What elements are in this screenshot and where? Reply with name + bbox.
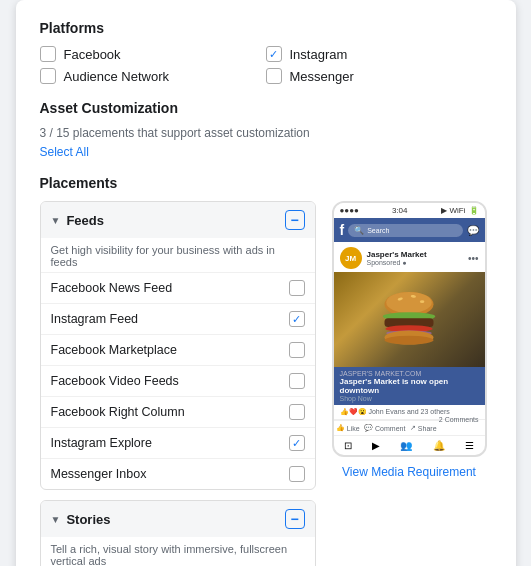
feeds-header-left: ▼ Feeds	[51, 213, 104, 228]
post-header: JM Jasper's Market Sponsored ● •••	[334, 242, 485, 272]
post-reactions: 👍❤️😮 John Evans and 23 others 2 Comments	[334, 405, 485, 420]
asset-title: Asset Customization	[40, 100, 492, 116]
fb-app-header: f 🔍 Search 💬	[334, 218, 485, 242]
platform-messenger: Messenger	[266, 68, 492, 84]
phone-preview-panel: ●●●● 3:04 ▶ WiFi 🔋 f 🔍 Search	[332, 201, 492, 566]
fb-marketplace-checkbox[interactable]	[289, 342, 305, 358]
placements-section: ▼ Feeds − Get high visibility for your b…	[40, 201, 492, 566]
reaction-icons: 👍❤️😮	[340, 408, 367, 415]
svg-point-1	[386, 292, 432, 313]
messenger-inbox-checkbox[interactable]	[289, 466, 305, 482]
share-label: Share	[418, 425, 437, 432]
platform-facebook: Facebook	[40, 46, 266, 62]
list-item: Instagram Explore	[41, 427, 315, 458]
facebook-label: Facebook	[64, 47, 121, 62]
svg-point-4	[420, 300, 424, 303]
feeds-description: Get high visibility for your business wi…	[41, 238, 315, 272]
messenger-checkbox[interactable]	[266, 68, 282, 84]
placement-label: Instagram Feed	[51, 312, 139, 326]
placements-list: ▼ Feeds − Get high visibility for your b…	[40, 201, 316, 566]
instagram-feed-checkbox[interactable]	[289, 311, 305, 327]
comment-label: Comment	[375, 425, 405, 432]
post-image	[334, 272, 485, 367]
share-action[interactable]: ↗ Share	[410, 424, 437, 432]
placement-label: Facebook Right Column	[51, 405, 185, 419]
stories-minus-button[interactable]: −	[285, 509, 305, 529]
select-all-link[interactable]: Select All	[40, 145, 89, 159]
phone-preview: ●●●● 3:04 ▶ WiFi 🔋 f 🔍 Search	[332, 201, 487, 479]
fb-newsfeed-checkbox[interactable]	[289, 280, 305, 296]
like-action[interactable]: 👍 Like	[336, 424, 360, 432]
friends-icon[interactable]: 👥	[400, 440, 412, 451]
feeds-group: ▼ Feeds − Get high visibility for your b…	[40, 201, 316, 490]
list-item: Facebook Video Feeds	[41, 365, 315, 396]
stories-description: Tell a rich, visual story with immersive…	[41, 537, 315, 566]
list-item: Facebook Right Column	[41, 396, 315, 427]
fb-right-column-checkbox[interactable]	[289, 404, 305, 420]
search-icon: 🔍	[354, 226, 364, 235]
stories-group: ▼ Stories − Tell a rich, visual story wi…	[40, 500, 316, 566]
view-media-link[interactable]: View Media Requirement	[332, 465, 487, 479]
phone-frame: ●●●● 3:04 ▶ WiFi 🔋 f 🔍 Search	[332, 201, 487, 457]
svg-point-10	[385, 335, 434, 344]
fb-search-bar: 🔍 Search	[348, 224, 462, 237]
stories-header: ▼ Stories −	[41, 501, 315, 537]
bell-icon[interactable]: 🔔	[433, 440, 445, 451]
placement-label: Facebook News Feed	[51, 281, 173, 295]
list-item: Facebook Marketplace	[41, 334, 315, 365]
audience-network-checkbox[interactable]	[40, 68, 56, 84]
instagram-label: Instagram	[290, 47, 348, 62]
platforms-grid: Facebook Instagram Audience Network Mess…	[40, 46, 492, 84]
burger-illustration	[374, 285, 444, 355]
stories-title: Stories	[66, 512, 110, 527]
caption-title: Jasper's Market is now open downtown	[340, 377, 479, 395]
feeds-minus-button[interactable]: −	[285, 210, 305, 230]
menu-icon[interactable]: ☰	[465, 440, 474, 451]
page-name: Jasper's Market	[367, 250, 463, 259]
reaction-count: John Evans and 23 others	[368, 408, 449, 415]
list-item: Instagram Feed	[41, 303, 315, 334]
asset-customization-section: Asset Customization 3 / 15 placements th…	[40, 100, 492, 159]
share-icon: ↗	[410, 424, 416, 432]
platform-instagram: Instagram	[266, 46, 492, 62]
feeds-title: Feeds	[66, 213, 104, 228]
fb-header-icons: 💬	[467, 225, 479, 236]
caption-label: JASPER'S MARKET.COM	[340, 370, 479, 377]
audience-network-label: Audience Network	[64, 69, 170, 84]
home-icon[interactable]: ⊡	[344, 440, 352, 451]
battery-icons: ▶ WiFi 🔋	[441, 206, 479, 215]
fb-video-feeds-checkbox[interactable]	[289, 373, 305, 389]
cta-label: Shop Now	[340, 395, 479, 402]
placement-label: Facebook Marketplace	[51, 343, 177, 357]
fb-logo-icon: f	[340, 222, 345, 238]
like-icon: 👍	[336, 424, 345, 432]
asset-subtitle: 3 / 15 placements that support asset cus…	[40, 126, 492, 140]
placement-label: Facebook Video Feeds	[51, 374, 179, 388]
facebook-checkbox[interactable]	[40, 46, 56, 62]
time: 3:04	[392, 206, 408, 215]
placement-label: Instagram Explore	[51, 436, 152, 450]
main-card: Platforms Facebook Instagram Audience Ne…	[16, 0, 516, 566]
platform-audience-network: Audience Network	[40, 68, 266, 84]
stories-collapse-icon[interactable]: ▼	[51, 514, 61, 525]
feeds-collapse-icon[interactable]: ▼	[51, 215, 61, 226]
placement-label: Messenger Inbox	[51, 467, 147, 481]
signal-icons: ●●●●	[340, 206, 359, 215]
video-icon[interactable]: ▶	[372, 440, 380, 451]
instagram-explore-checkbox[interactable]	[289, 435, 305, 451]
like-label: Like	[347, 425, 360, 432]
comment-action[interactable]: 💬 Comment	[364, 424, 405, 432]
messenger-label: Messenger	[290, 69, 354, 84]
platforms-title: Platforms	[40, 20, 492, 36]
post-meta: Jasper's Market Sponsored ●	[367, 250, 463, 266]
sponsored-label: Sponsored ●	[367, 259, 463, 266]
feeds-header: ▼ Feeds −	[41, 202, 315, 238]
list-item: Facebook News Feed	[41, 272, 315, 303]
status-bar: ●●●● 3:04 ▶ WiFi 🔋	[334, 203, 485, 218]
post-actions: 👍 Like 💬 Comment ↗ Share	[334, 420, 439, 435]
messenger-icon: 💬	[467, 225, 479, 236]
instagram-checkbox[interactable]	[266, 46, 282, 62]
more-options-icon[interactable]: •••	[468, 253, 479, 264]
stories-header-left: ▼ Stories	[51, 512, 111, 527]
bottom-icon-row: ⊡ ▶ 👥 🔔 ☰	[334, 435, 485, 455]
